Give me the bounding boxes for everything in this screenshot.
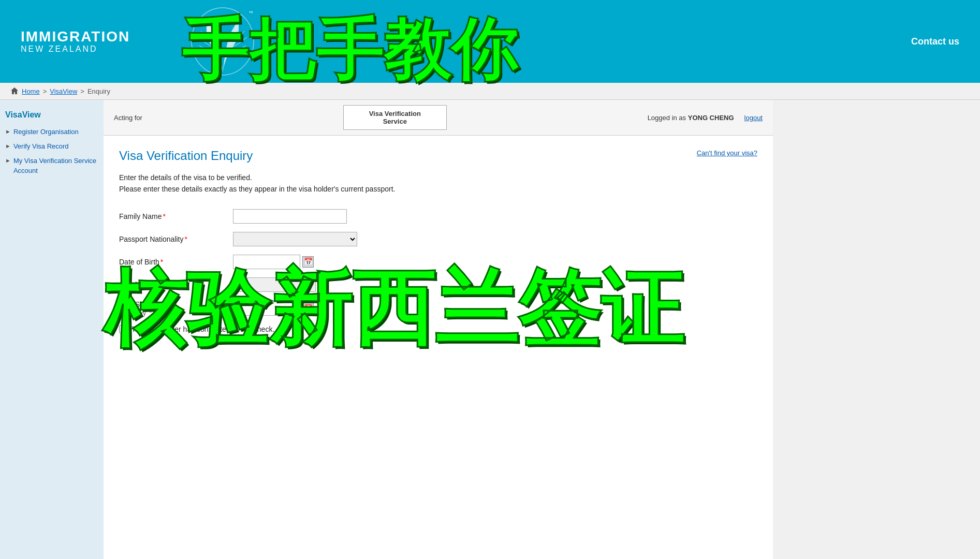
acting-for-text: Acting for xyxy=(114,114,142,122)
service-box: Visa Verification Service xyxy=(343,105,447,130)
form-title: Visa Verification Enquiry xyxy=(119,149,395,163)
logo-line2: NEW ZEALAND xyxy=(21,45,98,54)
breadcrumb-visaview[interactable]: VisaView xyxy=(50,87,77,95)
arrow-icon: ► xyxy=(5,157,11,164)
consent-row: The visa holder has consented to this ch… xyxy=(119,325,757,333)
logged-as-block: Logged in as YONG CHENG logout xyxy=(648,114,763,122)
visa-start-date-format: dd/mm/yy xyxy=(119,310,146,317)
family-name-label: Family Name* xyxy=(119,212,233,220)
breadcrumb-sep1: > xyxy=(43,87,47,95)
sidebar-item-my-account[interactable]: ► My Visa Verification Service Account xyxy=(5,156,98,175)
required-star: * xyxy=(160,258,163,266)
form-grid: Family Name* Passport Nationality* xyxy=(119,209,757,333)
header: IMMIGRATION NEW ZEALAND ™ Contact us xyxy=(0,0,980,83)
calendar-icon-visa[interactable] xyxy=(302,303,314,314)
sidebar-title[interactable]: VisaView xyxy=(5,110,98,120)
gender-select[interactable] xyxy=(233,277,316,292)
breadcrumb-current: Enquiry xyxy=(87,87,110,95)
content-area: Acting for Visa Verification Service Log… xyxy=(104,100,773,559)
passport-nationality-row: Passport Nationality* xyxy=(119,232,757,246)
content-topbar: Acting for Visa Verification Service Log… xyxy=(104,100,773,136)
visa-start-date-label: Visa Start Date dd/mm/yy * xyxy=(119,300,233,317)
arrow-icon: ► xyxy=(5,143,11,149)
date-of-birth-row: Date of Birth* xyxy=(119,255,757,269)
breadcrumb-home[interactable]: Home xyxy=(22,87,40,95)
username: YONG CHENG xyxy=(688,114,734,122)
family-name-input[interactable] xyxy=(233,209,347,224)
gender-label: Gender* xyxy=(119,281,233,289)
breadcrumb: Home > VisaView > Enquiry xyxy=(0,83,980,100)
sidebar-item-register[interactable]: ► Register Organisation xyxy=(5,127,98,137)
gender-row: Gender* xyxy=(119,277,757,292)
service-line1: Visa Verification xyxy=(369,110,421,117)
required-star: * xyxy=(163,212,165,220)
home-icon xyxy=(10,87,19,95)
fern-logo: ™ xyxy=(176,5,269,79)
contact-us-link[interactable]: Contact us xyxy=(911,36,959,47)
passport-nationality-select[interactable] xyxy=(233,232,357,246)
sidebar-item-label: Register Organisation xyxy=(13,127,79,137)
service-line2: Service xyxy=(383,117,407,125)
cant-find-link[interactable]: Can't find your visa? xyxy=(697,149,757,158)
sidebar-item-label: Verify Visa Record xyxy=(13,142,69,151)
visa-start-date-row: Visa Start Date dd/mm/yy * xyxy=(119,300,757,317)
main-layout: VisaView ► Register Organisation ► Verif… xyxy=(0,100,980,559)
form-desc2: Please enter these details exactly as th… xyxy=(119,185,395,193)
calendar-icon[interactable] xyxy=(302,256,314,268)
consent-checkbox[interactable] xyxy=(119,325,127,333)
required-star: * xyxy=(144,281,147,289)
logo-line1: IMMIGRATION xyxy=(21,29,130,45)
consent-label: The visa holder has consented to this ch… xyxy=(131,325,274,333)
date-of-birth-input[interactable] xyxy=(233,255,300,269)
required-star: * xyxy=(185,235,187,243)
required-star: * xyxy=(149,308,152,317)
form-area: Visa Verification Enquiry Enter the deta… xyxy=(104,136,773,346)
breadcrumb-sep2: > xyxy=(80,87,84,95)
logo-block: IMMIGRATION NEW ZEALAND xyxy=(21,29,130,54)
date-of-birth-label: Date of Birth* xyxy=(119,258,233,266)
visa-start-date-input[interactable] xyxy=(233,301,300,316)
passport-nationality-label: Passport Nationality* xyxy=(119,235,233,243)
sidebar: VisaView ► Register Organisation ► Verif… xyxy=(0,100,104,559)
right-area xyxy=(773,100,980,559)
sidebar-item-label: My Visa Verification Service Account xyxy=(13,156,98,175)
logout-link[interactable]: logout xyxy=(744,114,763,122)
arrow-icon: ► xyxy=(5,128,11,135)
family-name-row: Family Name* xyxy=(119,209,757,224)
form-desc1: Enter the details of the visa to be veri… xyxy=(119,173,395,182)
svg-text:™: ™ xyxy=(248,10,253,16)
logged-as-text: Logged in as YONG CHENG xyxy=(648,114,734,122)
svg-point-0 xyxy=(192,8,254,75)
sidebar-item-verify[interactable]: ► Verify Visa Record xyxy=(5,142,98,151)
